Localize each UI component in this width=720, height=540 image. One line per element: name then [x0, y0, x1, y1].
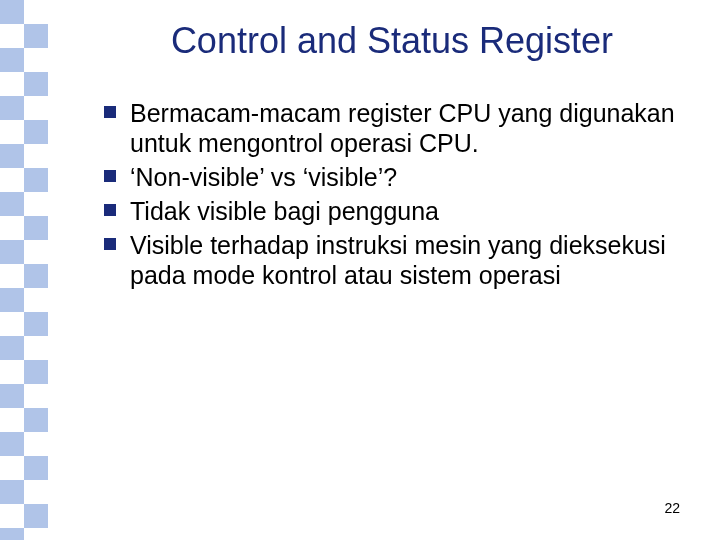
list-item: ‘Non-visible’ vs ‘visible’? — [104, 162, 680, 192]
decorative-border — [0, 0, 48, 540]
list-item: Visible terhadap instruksi mesin yang di… — [104, 230, 680, 290]
slide-content: Control and Status Register Bermacam-mac… — [48, 0, 720, 540]
bullet-list: Bermacam-macam register CPU yang digunak… — [104, 98, 680, 290]
list-item: Bermacam-macam register CPU yang digunak… — [104, 98, 680, 158]
list-item: Tidak visible bagi pengguna — [104, 196, 680, 226]
slide-title: Control and Status Register — [104, 20, 680, 62]
page-number: 22 — [664, 500, 680, 516]
